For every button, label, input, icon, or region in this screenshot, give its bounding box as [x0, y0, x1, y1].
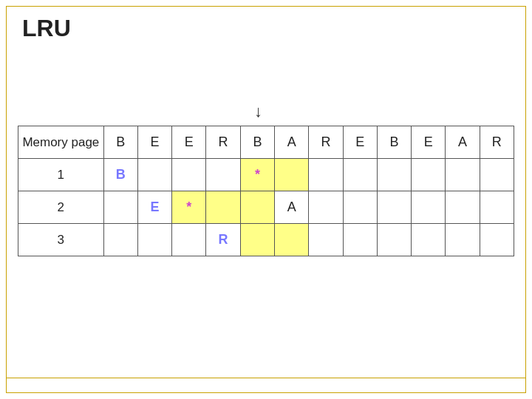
table-row: 1B* [18, 159, 514, 191]
cell-r1-c7 [343, 191, 377, 224]
cell-r2-c0 [103, 224, 137, 256]
cell-r1-c11 [480, 191, 514, 224]
cell-r0-c11 [480, 159, 514, 191]
lru-table: Memory page BEERBAREBEAR 1B*2E*A3R [18, 126, 514, 256]
cell-r2-c4 [240, 224, 274, 256]
cell-r2-c9 [412, 224, 446, 256]
cell-r2-c5 [275, 224, 309, 256]
cell-r0-c5 [275, 159, 309, 191]
header-col-8: B [377, 126, 411, 159]
header-col-9: E [412, 126, 446, 159]
header-col-4: B [240, 126, 274, 159]
cell-r1-c1: E [137, 191, 171, 224]
header-col-3: R [206, 126, 240, 159]
memory-page-header: Memory page [18, 126, 104, 159]
header-col-10: A [446, 126, 480, 159]
header-col-1: E [137, 126, 171, 159]
cell-r1-c0 [103, 191, 137, 224]
cell-r1-c2: * [172, 191, 206, 224]
cell-r1-c9 [412, 191, 446, 224]
cell-r1-c4 [240, 191, 274, 224]
cell-r0-c1 [137, 159, 171, 191]
cell-r2-c2 [172, 224, 206, 256]
cell-r0-c7 [343, 159, 377, 191]
cell-r0-c2 [172, 159, 206, 191]
cell-r0-c10 [446, 159, 480, 191]
cell-r2-c7 [343, 224, 377, 256]
header-col-7: E [343, 126, 377, 159]
cell-r0-c0: B [103, 159, 137, 191]
current-pointer-arrow: ↓ [254, 102, 262, 121]
bottom-border-line [6, 378, 526, 378]
header-col-5: A [275, 126, 309, 159]
row-label-0: 1 [18, 159, 104, 191]
cell-r1-c3 [206, 191, 240, 224]
row-label-2: 3 [18, 224, 104, 256]
lru-table-wrapper: Memory page BEERBAREBEAR 1B*2E*A3R [18, 126, 514, 256]
header-col-11: R [480, 126, 514, 159]
cell-r0-c8 [377, 159, 411, 191]
cell-r0-c4: * [240, 159, 274, 191]
cell-r1-c10 [446, 191, 480, 224]
cell-r1-c6 [309, 191, 343, 224]
page-title: LRU [22, 15, 71, 42]
cell-r2-c11 [480, 224, 514, 256]
cell-r2-c3: R [206, 224, 240, 256]
row-label-1: 2 [18, 191, 104, 224]
cell-r2-c6 [309, 224, 343, 256]
cell-r1-c8 [377, 191, 411, 224]
table-row: 3R [18, 224, 514, 256]
cell-r2-c1 [137, 224, 171, 256]
header-col-6: R [309, 126, 343, 159]
cell-r1-c5: A [275, 191, 309, 224]
table-row: 2E*A [18, 191, 514, 224]
table-header-row: Memory page BEERBAREBEAR [18, 126, 514, 159]
header-col-0: B [103, 126, 137, 159]
cell-r0-c9 [412, 159, 446, 191]
cell-r2-c8 [377, 224, 411, 256]
cell-r0-c3 [206, 159, 240, 191]
cell-r0-c6 [309, 159, 343, 191]
cell-r2-c10 [446, 224, 480, 256]
header-col-2: E [172, 126, 206, 159]
